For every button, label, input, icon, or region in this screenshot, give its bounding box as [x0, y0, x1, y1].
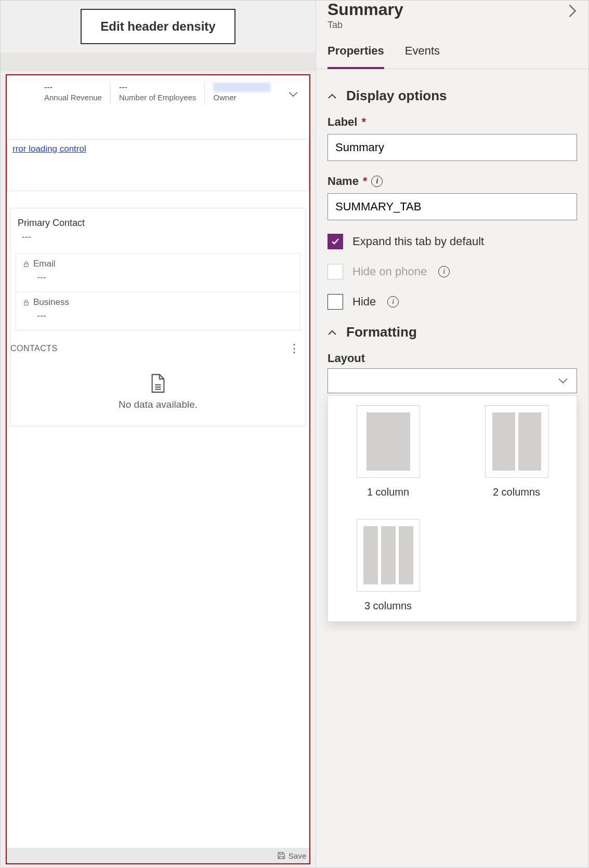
business-value: ---	[22, 311, 294, 322]
pane-tabs: Properties Events	[316, 31, 588, 69]
chevron-right-icon[interactable]	[568, 4, 577, 18]
form-preview[interactable]: --- Annual Revenue --- Number of Employe…	[6, 74, 310, 864]
info-icon[interactable]: i	[387, 296, 399, 308]
primary-contact-card[interactable]: Primary Contact --- Email	[10, 208, 306, 426]
primary-contact-value: ---	[18, 232, 298, 250]
header-field-label: Annual Revenue	[44, 93, 102, 102]
contacts-more-button[interactable]: ⋮	[288, 342, 300, 355]
save-button[interactable]: Save	[289, 851, 306, 860]
header-field-label: Owner	[213, 93, 270, 102]
tab-properties[interactable]: Properties	[328, 44, 384, 69]
expand-default-checkbox[interactable]	[328, 234, 343, 249]
layout-thumb-2	[485, 405, 548, 478]
hide-checkbox[interactable]	[328, 294, 343, 310]
header-fields: --- Annual Revenue --- Number of Employe…	[7, 75, 309, 110]
hide-on-phone-checkbox-row: Hide on phone i	[328, 264, 577, 279]
error-card: rror loading control	[7, 139, 309, 191]
pane-title: Summary	[328, 1, 403, 19]
layout-thumb-1	[357, 405, 420, 478]
business-field[interactable]: Business ---	[16, 291, 300, 330]
layout-label: Layout	[328, 352, 577, 365]
hide-checkbox-row[interactable]: Hide i	[328, 294, 577, 310]
primary-contact-label: Primary Contact	[18, 218, 298, 229]
no-data-text: No data available.	[10, 399, 306, 410]
layout-option-2-columns[interactable]: 2 columns	[468, 405, 565, 498]
header-field-value: ---	[119, 83, 196, 92]
chevron-up-icon	[328, 92, 337, 100]
tab-events[interactable]: Events	[405, 44, 440, 69]
layout-dropdown[interactable]	[328, 368, 577, 393]
label-field-label: Label*	[328, 115, 577, 129]
header-field-owner[interactable]: Owner	[205, 83, 279, 105]
no-data-block: No data available.	[10, 363, 306, 426]
save-bar: Save	[7, 848, 309, 863]
layout-options-flyout: 1 column 2 columns 3 columns	[328, 395, 577, 622]
check-icon	[331, 237, 340, 246]
chevron-down-icon[interactable]	[286, 87, 300, 101]
email-field[interactable]: Email ---	[16, 253, 300, 291]
edit-header-density-button[interactable]: Edit header density	[81, 9, 235, 44]
info-icon[interactable]: i	[371, 176, 383, 187]
business-label: Business	[33, 297, 69, 308]
label-input[interactable]	[328, 134, 577, 161]
section-display-options[interactable]: Display options	[328, 88, 577, 104]
email-value: ---	[22, 272, 294, 283]
name-field-label: Name* i	[328, 175, 577, 188]
layout-option-1-column[interactable]: 1 column	[339, 405, 437, 498]
lock-icon	[22, 299, 30, 306]
chevron-down-icon	[558, 378, 568, 384]
chevron-up-icon	[328, 329, 337, 336]
form-preview-pane: Edit header density --- Annual Revenue -…	[1, 1, 316, 867]
pane-subtitle: Tab	[328, 20, 403, 31]
layout-option-3-columns[interactable]: 3 columns	[339, 519, 437, 612]
section-formatting[interactable]: Formatting	[328, 324, 577, 340]
name-input[interactable]	[328, 193, 577, 220]
contacts-heading: CONTACTS	[10, 344, 58, 353]
header-field-number-of-employees[interactable]: --- Number of Employees	[111, 83, 205, 105]
svg-rect-0	[24, 263, 29, 266]
save-icon	[277, 851, 285, 860]
divider	[1, 52, 316, 71]
header-field-label: Number of Employees	[119, 93, 196, 102]
expand-default-checkbox-row[interactable]: Expand this tab by default	[328, 234, 577, 249]
document-icon	[149, 373, 167, 394]
email-label: Email	[33, 259, 56, 269]
owner-value-redacted	[213, 83, 270, 92]
lock-icon	[22, 260, 30, 268]
header-field-value: ---	[44, 83, 102, 92]
properties-pane: Summary Tab Properties Events Display op…	[316, 1, 588, 867]
hide-on-phone-checkbox	[328, 264, 343, 279]
header-field-annual-revenue[interactable]: --- Annual Revenue	[36, 83, 111, 105]
layout-thumb-3	[357, 519, 420, 592]
info-icon[interactable]: i	[438, 266, 450, 277]
svg-rect-1	[24, 302, 29, 305]
error-loading-control-link[interactable]: rror loading control	[12, 144, 86, 154]
